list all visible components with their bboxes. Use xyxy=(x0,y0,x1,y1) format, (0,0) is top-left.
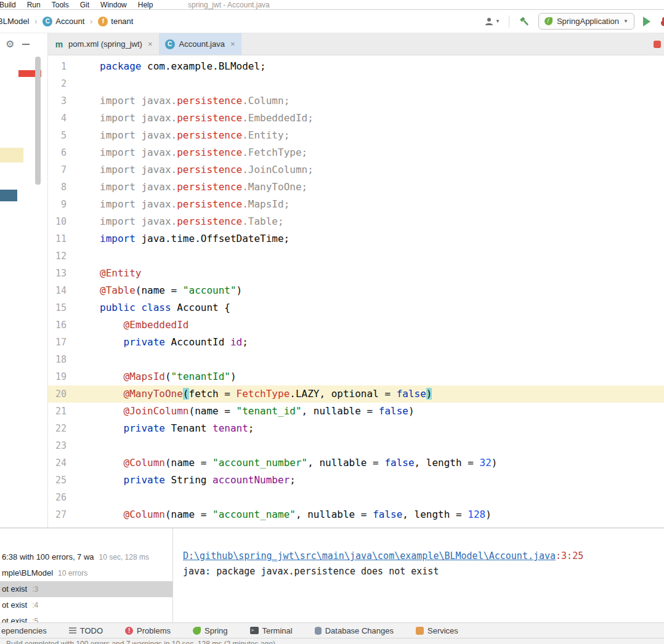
line-number[interactable]: 20 xyxy=(48,385,100,403)
line-number[interactable]: 17 xyxy=(48,334,100,351)
line-number[interactable]: 28 xyxy=(48,523,100,528)
toolwindow-label: TODO xyxy=(80,626,103,635)
hide-panel-icon[interactable] xyxy=(22,44,30,45)
line-number[interactable]: 13 xyxy=(48,265,100,282)
close-icon[interactable]: × xyxy=(230,39,235,49)
line-number[interactable]: 1 xyxy=(48,58,100,75)
code-line[interactable]: 28 private String accountName; xyxy=(48,523,664,528)
line-number[interactable]: 24 xyxy=(48,454,100,472)
line-number[interactable]: 11 xyxy=(48,230,100,248)
menu-item[interactable]: Git xyxy=(75,1,95,9)
line-number[interactable]: 14 xyxy=(48,282,100,299)
build-message-row[interactable]: ot exist:4 xyxy=(0,597,172,613)
toolwindow-button-problems[interactable]: Problems xyxy=(125,626,171,635)
toolwindow-button-terminal[interactable]: Terminal xyxy=(250,626,293,635)
line-number[interactable]: 10 xyxy=(48,213,100,230)
menu-item[interactable]: Tools xyxy=(46,1,75,9)
code-line[interactable]: 10import javax.persistence.Table; xyxy=(48,213,664,230)
line-number[interactable]: 26 xyxy=(48,489,100,506)
code-line[interactable]: 16 @EmbeddedId xyxy=(48,316,664,334)
build-message-row[interactable]: ot exist:3 xyxy=(0,581,172,597)
line-number[interactable]: 19 xyxy=(48,368,100,385)
code-line[interactable]: 4import javax.persistence.EmbeddedId; xyxy=(48,110,664,127)
code-line[interactable]: 20 @ManyToOne(fetch = FetchType.LAZY, op… xyxy=(48,385,664,403)
code-line[interactable]: 12 xyxy=(48,248,664,265)
code-line[interactable]: 5import javax.persistence.Entity; xyxy=(48,127,664,144)
editor-tab[interactable]: mpom.xml (spring_jwt)× xyxy=(48,33,159,55)
code-line[interactable]: 21 @JoinColumn(name = "tenant_id", nulla… xyxy=(48,403,664,420)
build-hammer-icon[interactable] xyxy=(518,16,530,27)
code-line[interactable]: 27 @Column(name = "account_name", nullab… xyxy=(48,506,664,523)
editor-tab[interactable]: CAccount.java× xyxy=(159,33,241,55)
line-number[interactable]: 8 xyxy=(48,179,100,196)
gear-icon[interactable]: ⚙ xyxy=(6,39,14,49)
line-number[interactable]: 22 xyxy=(48,420,100,437)
toolwindow-button-todo[interactable]: TODO xyxy=(69,626,103,635)
code-line[interactable]: 1package com.example.BLModel; xyxy=(48,58,664,75)
line-number[interactable]: 4 xyxy=(48,110,100,127)
code-line[interactable]: 6import javax.persistence.FetchType; xyxy=(48,144,664,161)
debug-icon[interactable] xyxy=(659,17,664,26)
menu-item[interactable]: Help xyxy=(132,1,159,9)
code-text: @ManyToOne(fetch = FetchType.LAZY, optio… xyxy=(100,385,432,403)
line-number[interactable]: 25 xyxy=(48,472,100,489)
code-line[interactable]: 8import javax.persistence.ManyToOne; xyxy=(48,179,664,196)
code-line[interactable]: 18 xyxy=(48,351,664,368)
code-line[interactable]: 11import java.time.OffsetDateTime; xyxy=(48,230,664,248)
run-configuration-select[interactable]: SpringApplication ▼ xyxy=(538,13,634,30)
message-meta: 10 sec, 128 ms xyxy=(99,553,149,561)
code-line[interactable]: 9import javax.persistence.MapsId; xyxy=(48,196,664,213)
build-message-row[interactable]: 6:38 with 100 errors, 7 wa10 sec, 128 ms xyxy=(0,549,172,565)
line-number[interactable]: 18 xyxy=(48,351,100,368)
code-line[interactable]: 17 private AccountId id; xyxy=(48,334,664,351)
code-line[interactable]: 13@Entity xyxy=(48,265,664,282)
toolwindow-button-services[interactable]: Services xyxy=(416,626,458,635)
line-number[interactable]: 23 xyxy=(48,437,100,454)
toolwindow-button-ependencies[interactable]: ependencies xyxy=(1,626,47,635)
toolwindow-button-spring[interactable]: Spring xyxy=(193,626,228,635)
line-number[interactable]: 21 xyxy=(48,403,100,420)
line-number[interactable]: 2 xyxy=(48,75,100,92)
code-line[interactable]: 14@Table(name = "account") xyxy=(48,282,664,299)
menu-item[interactable]: Window xyxy=(95,1,132,9)
code-line[interactable]: 19 @MapsId("tenantId") xyxy=(48,368,664,385)
line-number[interactable]: 15 xyxy=(48,299,100,316)
file-link[interactable]: D:\github\spring_jwt\src\main\java\com\e… xyxy=(183,550,556,561)
code-line[interactable]: 7import javax.persistence.JoinColumn; xyxy=(48,161,664,179)
breadcrumb-item[interactable]: ftenant xyxy=(96,15,135,28)
line-number[interactable]: 6 xyxy=(48,144,100,161)
code-line[interactable]: 25 private String accountNumber; xyxy=(48,472,664,489)
code-token: "tenantId" xyxy=(171,371,230,382)
line-number[interactable]: 9 xyxy=(48,196,100,213)
code-line[interactable]: 22 private Tenant tenant; xyxy=(48,420,664,437)
code-line[interactable]: 2 xyxy=(48,75,664,92)
menu-item[interactable]: Build xyxy=(0,1,22,9)
code-line[interactable]: 15public class Account { xyxy=(48,299,664,316)
menu-item[interactable]: Run xyxy=(22,1,46,9)
line-number[interactable]: 16 xyxy=(48,316,100,334)
toolwindow-button-database-changes[interactable]: Database Changes xyxy=(315,626,394,635)
run-button[interactable] xyxy=(643,17,650,26)
divider xyxy=(509,15,509,28)
line-number[interactable]: 3 xyxy=(48,92,100,110)
line-number[interactable]: 27 xyxy=(48,506,100,523)
selected-item-block xyxy=(0,190,17,201)
breadcrumb-item[interactable]: BLModel xyxy=(0,15,31,27)
line-number[interactable]: 7 xyxy=(48,161,100,179)
message-text: ot exist xyxy=(2,600,27,610)
line-number[interactable]: 12 xyxy=(48,248,100,265)
scrollbar-thumb[interactable] xyxy=(35,57,41,185)
close-icon[interactable]: × xyxy=(148,39,153,49)
build-message-row[interactable]: mple\BLModel10 errors xyxy=(0,565,172,581)
code-area[interactable]: 1package com.example.BLModel;23import ja… xyxy=(48,55,664,528)
line-number[interactable]: 5 xyxy=(48,127,100,144)
user-account-button[interactable]: ▼ xyxy=(484,17,500,26)
code-line[interactable]: 3import javax.persistence.Column; xyxy=(48,92,664,110)
file-errors-indicator[interactable] xyxy=(654,41,661,48)
code-token: import javax. xyxy=(100,164,177,175)
code-line[interactable]: 23 xyxy=(48,437,664,454)
code-line[interactable]: 24 @Column(name = "account_number", null… xyxy=(48,454,664,472)
code-line[interactable]: 26 xyxy=(48,489,664,506)
breadcrumb-item[interactable]: CAccount xyxy=(41,15,86,28)
build-message-row[interactable]: ot exist:5 xyxy=(0,613,172,622)
